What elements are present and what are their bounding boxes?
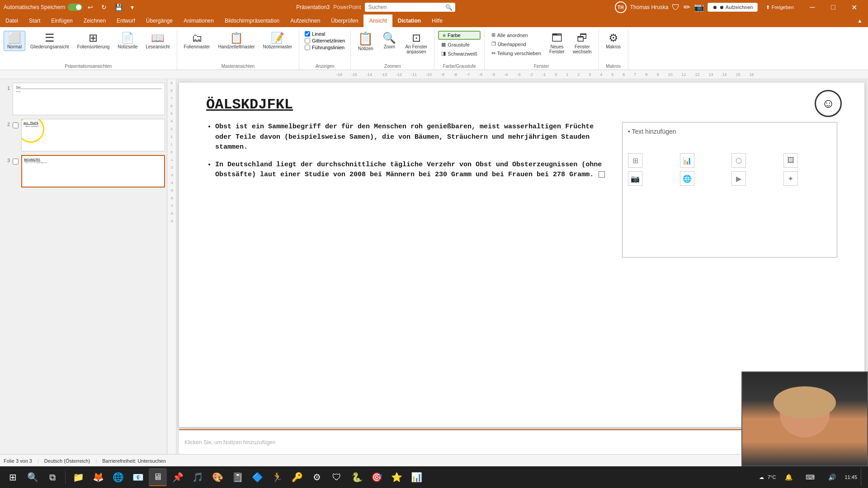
taskbar-app6[interactable]: 🔑 (288, 468, 306, 486)
slide-preview-1[interactable]: Titel Inhalt (13, 83, 165, 115)
taskbar-app2[interactable]: 🎨 (208, 468, 226, 486)
start-btn[interactable]: ⊞ (4, 468, 22, 486)
btn-alle-anordnen[interactable]: ⊞ Alle anordnen (488, 31, 544, 39)
image-icon[interactable]: 🖼 (783, 153, 798, 168)
more-btn[interactable]: ▾ (128, 3, 137, 12)
taskbar-app7[interactable]: ⚙ (308, 468, 326, 486)
taskbar-app1[interactable]: 🎵 (189, 468, 207, 486)
maximize-btn[interactable]: □ (823, 0, 844, 14)
group-items: ⬜ Normal ☰ Gliederungsansicht ⊞ Folienso… (4, 31, 173, 63)
slide-thumb-1[interactable]: 1 Titel Inhalt (2, 83, 165, 115)
btn-farbe[interactable]: ■ Farbe (438, 31, 480, 40)
taskbar-app8[interactable]: 🛡 (328, 468, 346, 486)
slide-thumb-3[interactable]: 3 ðalskdjfkl • Obst ist ein Sammelbegrif… (2, 155, 165, 188)
btn-notizenmaster[interactable]: 📝 Notizenmaster (260, 31, 295, 51)
check-gitter[interactable]: Gitternetzlinien (303, 38, 347, 44)
online-pic-icon[interactable]: 🌐 (680, 171, 694, 186)
taskbar-powerpoint[interactable]: 🖥 (149, 468, 167, 486)
taskbar-app3[interactable]: 📓 (228, 468, 246, 486)
taskbar-explorer[interactable]: 📁 (69, 468, 87, 486)
btn-makros[interactable]: ⚙ Makros (603, 31, 624, 51)
notification-icon[interactable]: 🔔 (779, 468, 797, 486)
tab-aufzeichnen[interactable]: Aufzeichnen (285, 14, 326, 27)
btn-fenster-anpassen[interactable]: ⊡ An Fensteranpassen (402, 31, 430, 56)
taskbar-app9[interactable]: 🐍 (348, 468, 366, 486)
taskbar-firefox[interactable]: 🦊 (89, 468, 107, 486)
slide-thumb-2[interactable]: 2 asc fkafa • Obst content... (2, 119, 165, 151)
taskbar-app10[interactable]: 🎯 (368, 468, 386, 486)
citation-box (599, 171, 605, 178)
btn-sortierung[interactable]: ⊞ Foliensortierung (74, 31, 113, 51)
video-icon[interactable]: ▶ (731, 171, 746, 186)
btn-lesen[interactable]: 📖 Leseansicht (142, 31, 173, 51)
tab-collapse[interactable]: ▲ (852, 14, 868, 27)
keyboard-icon[interactable]: ⌨ (801, 468, 819, 486)
taskbar-app5[interactable]: 🏃 (268, 468, 286, 486)
taskbar-excel[interactable]: 📊 (407, 468, 425, 486)
language-indicator: Deutsch (Österreich) (44, 458, 90, 464)
tab-ansicht[interactable]: Ansicht (363, 14, 392, 27)
autosave-toggle[interactable] (68, 4, 82, 11)
window-controls: ─ □ ✕ (802, 0, 864, 14)
btn-graustufe[interactable]: ▦ Graustufe (438, 40, 480, 49)
btn-teilung[interactable]: ⇔ Teilung verschieben (488, 49, 544, 57)
slide-preview-3[interactable]: ðalskdjfkl • Obst ist ein Sammelbegriff.… (21, 155, 165, 188)
tab-einfuegen[interactable]: Einfügen (46, 14, 78, 27)
undo-btn[interactable]: ↩ (85, 3, 96, 12)
main: -16-15-14 -13-12-11 -10-9-8 -7-6-5 -4-3-… (0, 70, 868, 467)
accessibility-indicator: Barrierefreiheit: Untersuchen (102, 458, 166, 464)
smartart-icon[interactable]: ⬡ (731, 153, 746, 168)
picture-icon[interactable]: 📷 (628, 171, 642, 186)
show-desktop-btn[interactable] (861, 468, 864, 486)
redo-btn[interactable]: ↻ (99, 3, 109, 12)
check-fuehr[interactable]: Führungslinien (303, 44, 347, 51)
tab-dictation[interactable]: Dictation (392, 14, 426, 27)
btn-uberlappend[interactable]: ❐ Überlappend (488, 40, 544, 48)
speaker-icon[interactable]: 🔊 (823, 468, 841, 486)
aufzeichnen-button[interactable]: ⏺ ⏺ Aufzeichnen (708, 3, 758, 12)
tab-praesentation[interactable]: Bildschirmpräsentation (219, 14, 285, 27)
close-btn[interactable]: ✕ (844, 0, 864, 14)
btn-folienmaster[interactable]: 🗂 Folienmaster (181, 31, 213, 51)
search-input[interactable] (365, 3, 455, 12)
taskbar-app4[interactable]: 🔷 (248, 468, 266, 486)
slide-body: Obst ist ein Sammelbegriff der für den M… (206, 122, 837, 258)
btn-notizen-view[interactable]: 📋 Notizen (354, 31, 377, 53)
tab-hilfe[interactable]: Hilfe (426, 14, 448, 27)
btn-zoom[interactable]: 🔍 Zoom (378, 31, 400, 51)
btn-fenster-wechseln[interactable]: 🗗 Fensterwechseln (570, 31, 595, 56)
slide-preview-2[interactable]: asc fkafa • Obst content... (21, 119, 165, 151)
weather-icon: ☁ (759, 474, 764, 480)
makros-icon: ⚙ (609, 33, 618, 43)
freigeben-button[interactable]: ⬆ Freigeben (761, 3, 798, 12)
taskbar-mail[interactable]: 📧 (129, 468, 147, 486)
taskbar-pin[interactable]: 📌 (169, 468, 187, 486)
check-lineal[interactable]: Lineal (303, 31, 347, 37)
btn-notiz[interactable]: 📄 Notizseite (114, 31, 141, 51)
taskbar-chrome[interactable]: 🌐 (109, 468, 127, 486)
btn-neues-fenster[interactable]: 🗔 NeuesFenster (546, 31, 568, 56)
btn-handzettel[interactable]: 📋 Handzettelt­master (215, 31, 258, 51)
icon-icon[interactable]: ✦ (783, 171, 798, 186)
slide-content-box[interactable]: • Text hinzufügen ⊞ 📊 ⬡ 🖼 📷 🌐 ▶ ✦ (622, 122, 837, 258)
btn-gliederung[interactable]: ☰ Gliederungsansicht (27, 31, 72, 51)
search-taskbar-btn[interactable]: 🔍 (24, 468, 42, 486)
minimize-btn[interactable]: ─ (802, 0, 823, 14)
tab-start[interactable]: Start (24, 14, 46, 27)
btn-normal[interactable]: ⬜ Normal (4, 31, 25, 51)
tab-datei[interactable]: Datei (0, 14, 24, 27)
grau-icon: ▦ (441, 42, 446, 47)
tab-ueberpruefen[interactable]: Überprüfen (326, 14, 363, 27)
tab-uebergaenge[interactable]: Übergänge (141, 14, 178, 27)
chart-icon[interactable]: 📊 (680, 153, 694, 168)
tab-entwurf[interactable]: Entwurf (111, 14, 141, 27)
taskbar-app11[interactable]: ⭐ (387, 468, 406, 486)
btn-schwarzweiss[interactable]: ◨ Schwarzweiß (438, 49, 480, 58)
table-icon[interactable]: ⊞ (628, 153, 642, 168)
tab-zeichnen[interactable]: Zeichnen (78, 14, 111, 27)
slide-check-2[interactable] (13, 122, 19, 128)
save-btn[interactable]: 💾 (112, 3, 125, 12)
slide-check-3[interactable] (13, 159, 19, 164)
tab-animationen[interactable]: Animationen (178, 14, 219, 27)
taskview-btn[interactable]: ⧉ (43, 468, 61, 486)
